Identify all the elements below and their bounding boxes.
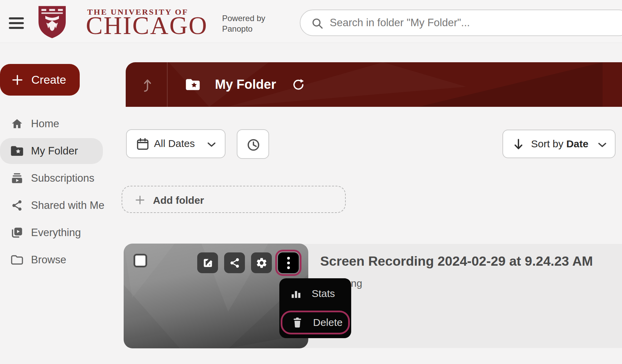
search-box[interactable] xyxy=(300,10,622,36)
more-options-button[interactable] xyxy=(278,252,299,273)
search-input[interactable] xyxy=(329,11,619,35)
create-button[interactable]: Create xyxy=(0,64,80,96)
share-nodes-icon xyxy=(229,258,240,268)
sort-dropdown[interactable]: Sort by Date xyxy=(502,130,616,158)
context-menu: Stats Delete xyxy=(279,278,351,338)
sort-label: Sort by Date xyxy=(531,138,588,150)
context-menu-item-stats[interactable]: Stats xyxy=(279,282,351,305)
video-title[interactable]: Screen Recording 2024-02-29 at 9.24.23 A… xyxy=(320,254,593,269)
edit-icon xyxy=(202,257,214,269)
plus-icon xyxy=(12,74,23,86)
sidebar-item-my-folder[interactable]: My Folder xyxy=(0,137,103,165)
add-folder-button[interactable]: Add folder xyxy=(122,186,346,213)
sidebar-item-shared-with-me[interactable]: Shared with Me xyxy=(0,192,103,219)
top-bar: THE UNIVERSITY OF CHICAGO Powered by Pan… xyxy=(0,0,622,43)
home-icon xyxy=(10,118,24,130)
folder-header-bar: My Folder xyxy=(126,62,622,107)
folder-star-icon xyxy=(10,145,24,157)
chevron-down-icon xyxy=(207,142,216,147)
sidebar-item-subscriptions[interactable]: Subscriptions xyxy=(0,165,103,192)
logo-text-line2: CHICAGO xyxy=(86,13,208,38)
sidebar-item-browse[interactable]: Browse xyxy=(0,246,103,274)
share-button[interactable] xyxy=(224,252,245,273)
share-nodes-icon xyxy=(10,199,24,212)
powered-by-text: Powered by Panopto xyxy=(222,13,265,34)
panopto-page: THE UNIVERSITY OF CHICAGO Powered by Pan… xyxy=(0,0,622,364)
settings-button[interactable] xyxy=(251,252,272,273)
context-menu-item-delete[interactable]: Delete xyxy=(281,311,350,334)
calendar-icon xyxy=(136,138,149,151)
bar-divider xyxy=(167,62,168,107)
kebab-menu-icon xyxy=(287,257,290,269)
stats-icon xyxy=(290,287,302,300)
uchicago-shield-logo xyxy=(37,5,67,39)
subscriptions-icon xyxy=(10,172,24,184)
video-library-icon xyxy=(10,227,24,239)
date-filter-dropdown[interactable]: All Dates xyxy=(126,129,226,158)
date-filter-label: All Dates xyxy=(154,138,195,149)
select-video-checkbox[interactable] xyxy=(134,254,147,267)
search-icon xyxy=(311,17,324,30)
refresh-icon[interactable] xyxy=(292,78,305,91)
folder-star-icon xyxy=(185,78,201,91)
video-subtitle-fragment: ng xyxy=(351,278,362,289)
sidebar-nav: Home My Folder Subscriptions xyxy=(0,110,103,274)
clock-icon xyxy=(246,138,261,152)
create-button-label: Create xyxy=(31,73,66,86)
sidebar-item-home[interactable]: Home xyxy=(0,110,103,137)
folder-title: My Folder xyxy=(215,77,276,92)
add-folder-label: Add folder xyxy=(153,195,204,206)
parent-folder-up-icon[interactable] xyxy=(142,77,153,93)
edit-button[interactable] xyxy=(197,252,218,273)
folder-outline-icon xyxy=(10,254,24,266)
video-list-item: Screen Recording 2024-02-29 at 9.24.23 A… xyxy=(124,244,622,348)
arrow-down-icon xyxy=(513,138,524,150)
trash-icon xyxy=(291,316,304,329)
plus-icon xyxy=(135,195,145,205)
gear-icon xyxy=(255,257,268,269)
chevron-down-icon xyxy=(598,142,607,148)
sidebar-item-everything[interactable]: Everything xyxy=(0,219,103,246)
scheduled-recordings-button[interactable] xyxy=(237,129,269,159)
hamburger-menu-icon[interactable] xyxy=(9,17,24,29)
